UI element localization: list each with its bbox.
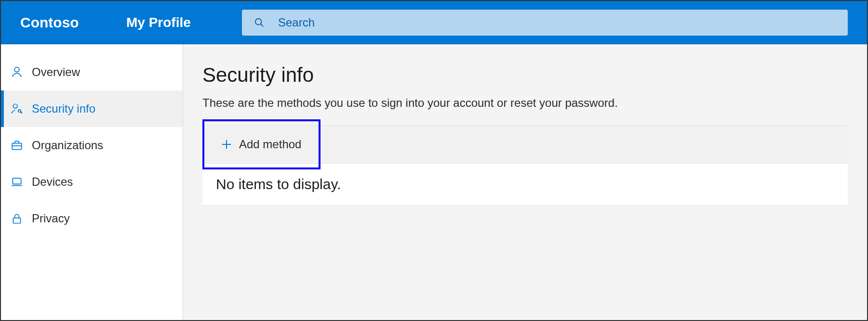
lock-icon: [11, 212, 23, 225]
svg-rect-8: [13, 218, 20, 223]
app-header: Contoso My Profile: [1, 1, 867, 44]
svg-line-1: [261, 24, 263, 26]
sidebar-item-devices[interactable]: Devices: [1, 164, 183, 200]
svg-rect-7: [13, 178, 21, 184]
header-page-name: My Profile: [126, 15, 213, 30]
page-title: Security info: [202, 64, 848, 87]
svg-point-4: [18, 110, 21, 112]
sidebar: Overview Security info Organizations: [1, 44, 183, 320]
svg-point-3: [13, 104, 17, 108]
methods-toolbar: Add method: [202, 125, 848, 164]
search-container: [242, 10, 848, 36]
sidebar-item-label: Devices: [32, 175, 73, 189]
add-method-button[interactable]: Add method: [207, 130, 315, 159]
svg-rect-5: [12, 143, 22, 150]
laptop-icon: [11, 176, 23, 188]
briefcase-icon: [11, 139, 23, 152]
sidebar-item-label: Privacy: [32, 212, 70, 225]
person-key-icon: [11, 103, 23, 115]
sidebar-item-label: Organizations: [32, 139, 103, 152]
svg-point-0: [255, 18, 262, 25]
sidebar-item-privacy[interactable]: Privacy: [1, 200, 183, 237]
person-icon: [11, 66, 23, 78]
sidebar-item-overview[interactable]: Overview: [1, 54, 183, 90]
search-icon: [254, 17, 265, 28]
add-method-label: Add method: [239, 138, 301, 151]
plus-icon: [221, 139, 232, 150]
sidebar-item-label: Overview: [32, 65, 80, 79]
sidebar-item-security-info[interactable]: Security info: [1, 90, 183, 127]
svg-point-2: [14, 67, 19, 72]
search-input[interactable]: [242, 10, 848, 36]
main-content: Security info These are the methods you …: [183, 44, 867, 320]
sidebar-item-label: Security info: [32, 102, 95, 116]
empty-state-message: No items to display.: [202, 164, 848, 205]
brand-name: Contoso: [20, 14, 107, 31]
body: Overview Security info Organizations: [1, 44, 867, 320]
page-subtitle: These are the methods you use to sign in…: [202, 96, 848, 110]
sidebar-item-organizations[interactable]: Organizations: [1, 127, 183, 164]
